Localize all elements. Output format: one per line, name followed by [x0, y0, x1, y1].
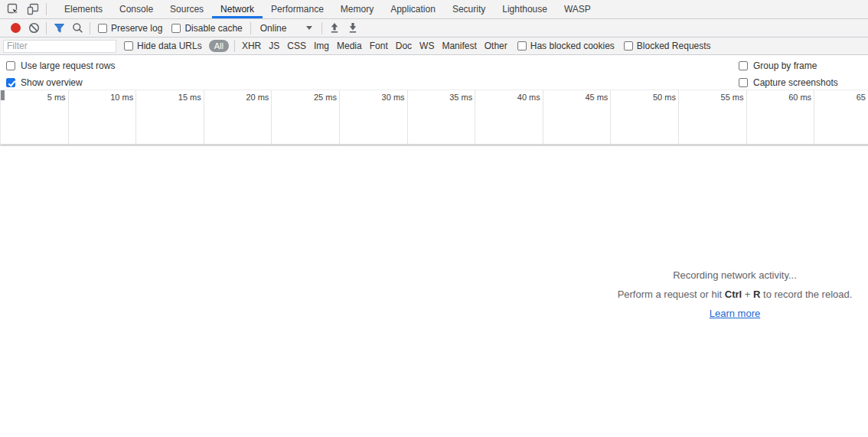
- checkbox-checked: [6, 78, 15, 87]
- show-overview-checkbox[interactable]: Show overview: [6, 74, 115, 91]
- inspect-icon: [7, 3, 19, 15]
- timeline-tick: 45 ms: [543, 90, 612, 144]
- separator: [321, 22, 322, 34]
- devtools-network-panel: Elements Console Sources Network Perform…: [0, 0, 868, 437]
- learn-more-link[interactable]: Learn more: [710, 308, 760, 319]
- request-log-area: Recording network activity... Perform a …: [0, 146, 868, 437]
- filter-icon: [54, 23, 65, 34]
- checkbox: [517, 41, 527, 51]
- device-toolbar-icon: [27, 3, 39, 15]
- timeline-tick: 60 ms: [747, 90, 815, 144]
- separator: [90, 22, 90, 34]
- tab-network[interactable]: Network: [212, 0, 263, 18]
- type-filter-media[interactable]: Media: [333, 41, 366, 51]
- clear-network-log-button[interactable]: [24, 21, 43, 36]
- checkbox: [624, 41, 633, 51]
- options-right-column: Group by frame Capture screenshots: [739, 57, 838, 91]
- capture-screenshots-label: Capture screenshots: [753, 77, 838, 88]
- export-har-button[interactable]: [344, 21, 362, 36]
- tab-lighthouse[interactable]: Lighthouse: [494, 0, 556, 18]
- timeline-tick: 15 ms: [136, 90, 204, 144]
- filter-input[interactable]: [3, 40, 116, 53]
- reload-hint-text: Perform a request or hit Ctrl + R to rec…: [618, 289, 853, 300]
- preserve-log-label: Preserve log: [111, 23, 162, 34]
- network-toolbar: Preserve log Disable cache Online: [0, 19, 868, 38]
- type-filter-manifest[interactable]: Manifest: [438, 41, 480, 51]
- hint-suffix: to record the reload.: [760, 289, 852, 300]
- checkbox: [171, 24, 181, 33]
- r-key-label: R: [753, 289, 760, 300]
- clear-icon: [28, 22, 40, 34]
- recording-status-text: Recording network activity...: [618, 270, 853, 281]
- blocked-requests-checkbox[interactable]: Blocked Requests: [624, 41, 711, 51]
- blocked-requests-label: Blocked Requests: [637, 41, 711, 51]
- filter-toggle-button[interactable]: [50, 21, 68, 36]
- group-by-frame-label: Group by frame: [753, 60, 817, 71]
- throttling-select[interactable]: Online: [254, 23, 319, 34]
- type-filter-css[interactable]: CSS: [283, 41, 310, 51]
- use-large-request-rows-label: Use large request rows: [21, 60, 115, 71]
- empty-state-message: Recording network activity... Perform a …: [618, 270, 853, 328]
- has-blocked-cookies-checkbox[interactable]: Has blocked cookies: [517, 41, 615, 51]
- timeline-tick: 40 ms: [475, 90, 543, 144]
- type-filter-img[interactable]: Img: [310, 41, 333, 51]
- network-options: Use large request rows Show overview Gro…: [0, 55, 868, 90]
- tab-security[interactable]: Security: [444, 0, 494, 18]
- use-large-request-rows-checkbox[interactable]: Use large request rows: [6, 57, 115, 74]
- devtools-tabbar: Elements Console Sources Network Perform…: [0, 0, 868, 19]
- disable-cache-checkbox[interactable]: Disable cache: [171, 23, 242, 34]
- preserve-log-checkbox[interactable]: Preserve log: [98, 23, 162, 34]
- record-network-log-button[interactable]: [6, 21, 24, 36]
- timeline-tick: 10 ms: [69, 90, 137, 144]
- tab-performance[interactable]: Performance: [263, 0, 332, 18]
- network-overview-timeline[interactable]: 5 ms 10 ms 15 ms 20 ms 25 ms 30 ms 35 ms…: [0, 90, 868, 146]
- import-har-button[interactable]: [325, 21, 344, 36]
- record-icon: [11, 23, 21, 33]
- tab-sources[interactable]: Sources: [162, 0, 212, 18]
- network-filter-bar: Hide data URLs All XHR JS CSS Img Media …: [0, 38, 868, 55]
- timeline-tick: 65 ms: [814, 90, 868, 144]
- timeline-tick: 5 ms: [1, 90, 69, 144]
- type-filter-doc[interactable]: Doc: [392, 41, 416, 51]
- checkbox: [98, 24, 107, 33]
- throttling-value: Online: [260, 23, 287, 34]
- inspect-element-button[interactable]: [3, 0, 23, 18]
- overview-origin-marker: [1, 90, 5, 100]
- tab-memory[interactable]: Memory: [332, 0, 382, 18]
- timeline-tick: 30 ms: [340, 90, 408, 144]
- options-left-column: Use large request rows Show overview: [6, 57, 115, 91]
- group-by-frame-checkbox[interactable]: Group by frame: [739, 57, 838, 74]
- search-button[interactable]: [68, 21, 86, 36]
- separator: [46, 22, 47, 34]
- tab-console[interactable]: Console: [111, 0, 162, 18]
- type-filter-font[interactable]: Font: [366, 41, 392, 51]
- chevron-down-icon: [306, 26, 312, 30]
- timeline-tick: 35 ms: [408, 90, 476, 144]
- hint-prefix: Perform a request or hit: [618, 289, 725, 300]
- toggle-device-toolbar-button[interactable]: [23, 0, 43, 18]
- checkbox: [124, 41, 133, 51]
- type-filter-ws[interactable]: WS: [416, 41, 438, 51]
- export-har-icon: [348, 22, 358, 34]
- hide-data-urls-checkbox[interactable]: Hide data URLs: [124, 41, 202, 51]
- timeline-tick: 55 ms: [679, 90, 747, 144]
- tab-elements[interactable]: Elements: [56, 0, 111, 18]
- panel-tabs: Elements Console Sources Network Perform…: [56, 0, 599, 18]
- type-filter-js[interactable]: JS: [265, 41, 283, 51]
- checkbox: [739, 78, 748, 87]
- capture-screenshots-checkbox[interactable]: Capture screenshots: [739, 74, 838, 91]
- separator: [250, 22, 251, 34]
- type-filter-all[interactable]: All: [209, 40, 229, 52]
- ctrl-key-label: Ctrl: [725, 289, 742, 300]
- import-har-icon: [329, 22, 340, 34]
- tab-wasp[interactable]: WASP: [556, 0, 599, 18]
- tab-application[interactable]: Application: [382, 0, 444, 18]
- separator: [234, 40, 235, 52]
- has-blocked-cookies-label: Has blocked cookies: [530, 41, 615, 51]
- checkbox: [739, 61, 748, 70]
- hide-data-urls-label: Hide data URLs: [137, 41, 202, 51]
- plus-sign: +: [742, 289, 753, 300]
- type-filter-other[interactable]: Other: [481, 41, 511, 51]
- checkbox: [6, 61, 15, 70]
- type-filter-xhr[interactable]: XHR: [238, 41, 265, 51]
